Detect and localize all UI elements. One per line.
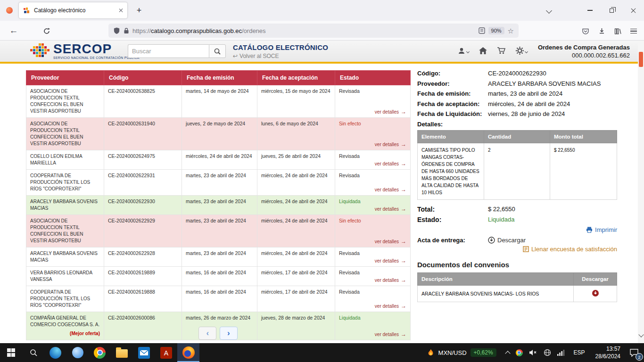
status-cell: Revisadaver detalles→: [335, 286, 411, 312]
doc-download-cell: [574, 286, 617, 302]
arrow-right-icon: →: [401, 257, 406, 264]
table-row[interactable]: ASOCIACION DE PRODUCCION TEXTIL CONFECCI…: [26, 85, 411, 118]
download-circle-icon: [488, 237, 495, 244]
zoom-level[interactable]: 90%: [488, 27, 504, 34]
svg-text:A: A: [164, 349, 169, 357]
user-menu-button[interactable]: [457, 47, 469, 55]
browser-tab[interactable]: Catálogo electrónico: [19, 2, 127, 18]
taskbar-clock[interactable]: 13:57 28/6/2024: [592, 345, 624, 360]
acta-row: Acta de entrega: Descargar: [417, 237, 617, 244]
signal-bars-icon[interactable]: [557, 349, 565, 356]
minimize-button[interactable]: [579, 0, 601, 21]
pocket-button[interactable]: [579, 25, 592, 38]
back-button[interactable]: ←: [7, 24, 21, 37]
status-badge: Revisada: [339, 173, 360, 178]
keyboard-language[interactable]: ESP: [571, 349, 588, 356]
total-label: Total:: [417, 206, 488, 213]
volver-soce-link[interactable]: ↩Volver al SOCE: [233, 53, 328, 59]
ver-detalles-link[interactable]: ver detalles→: [375, 277, 406, 283]
reader-mode-icon[interactable]: [479, 27, 485, 34]
firefox-icon: [182, 346, 195, 359]
ver-detalles-link[interactable]: ver detalles→: [375, 303, 406, 309]
vertical-scrollbar[interactable]: [638, 41, 644, 343]
ver-detalles-link[interactable]: ver detalles→: [375, 160, 406, 167]
new-tab-button[interactable]: +: [132, 4, 146, 17]
settings-button[interactable]: [515, 46, 528, 55]
taskbar-chrome-button[interactable]: [89, 343, 111, 362]
emission-cell: martes, 23 de abril de 2024: [182, 215, 257, 247]
list-tabs-chevron-icon[interactable]: [546, 8, 552, 14]
pagination-prev-button[interactable]: ‹: [198, 327, 216, 340]
status-badge: Revisada: [339, 250, 360, 256]
home-button[interactable]: [479, 47, 487, 55]
ver-detalles-link[interactable]: ver detalles→: [375, 186, 406, 193]
encuesta-link[interactable]: Llenar encuesta de satisfacción: [523, 246, 617, 253]
volume-muted-icon[interactable]: [529, 349, 537, 356]
table-row[interactable]: ARACELY BARBARA SOVENIS MACIAS CE-202400…: [26, 196, 411, 215]
menu-button[interactable]: [627, 25, 640, 38]
table-row[interactable]: COOPERATIVA DE PRODUCCIÓN TEXTIL LOS RÍO…: [26, 286, 411, 312]
orders-generated-label: Ordenes de Compra Generadas: [538, 44, 630, 51]
library-button[interactable]: [611, 25, 624, 38]
table-row[interactable]: ASOCIACION DE PRODUCCION TEXTIL CONFECCI…: [26, 118, 411, 150]
ver-detalles-link[interactable]: ver detalles→: [375, 141, 406, 148]
sercop-logo[interactable]: SERCOP SERVICIO NACIONAL DE CONTRATACIÓN…: [29, 42, 140, 59]
detail-items-table: Elemento Cantidad Monto total CAMISETAS …: [417, 130, 617, 200]
start-button[interactable]: [0, 343, 22, 362]
provider-cell: ASOCIACION DE PRODUCCION TEXTIL CONFECCI…: [26, 85, 104, 118]
code-cell: CE-20240002622931: [104, 170, 182, 196]
table-row[interactable]: ASOCIACION DE PRODUCCION TEXTIL CONFECCI…: [26, 215, 411, 247]
search-input[interactable]: [128, 44, 209, 58]
tray-chrome-icon[interactable]: [516, 349, 523, 356]
chrome-icon: [94, 347, 106, 359]
taskbar-firefox-button[interactable]: [177, 343, 199, 362]
action-center-button[interactable]: 2: [624, 343, 644, 362]
provider-cell: COOPERATIVA DE PRODUCCIÓN TEXTIL LOS RÍO…: [26, 170, 104, 196]
imprimir-link[interactable]: Imprimir: [586, 226, 617, 233]
taskbar-explorer-button[interactable]: [111, 343, 133, 362]
network-globe-icon[interactable]: [544, 349, 551, 356]
taskbar-search-button[interactable]: [22, 343, 44, 362]
tab-close-icon[interactable]: [118, 8, 123, 13]
search-button[interactable]: [209, 44, 226, 58]
acceptance-cell: miércoles, 17 de abril de 2024: [257, 267, 335, 286]
refresh-button[interactable]: [41, 25, 53, 37]
pagination-next-button[interactable]: ›: [220, 327, 238, 340]
close-button[interactable]: [622, 0, 644, 21]
url-path: /ordenes: [242, 27, 266, 34]
scrollbar-thumb[interactable]: [639, 52, 643, 67]
cart-button[interactable]: [497, 47, 506, 55]
profile-icon[interactable]: [6, 7, 13, 14]
taskbar-app-blue-button[interactable]: [66, 343, 89, 362]
restore-button[interactable]: [601, 0, 622, 21]
tray-expand-chevron-icon[interactable]: [505, 351, 510, 356]
taskbar-mail-button[interactable]: [133, 343, 155, 362]
provider-cell: COOPERATIVA DE PRODUCCIÓN TEXTIL LOS RÍO…: [26, 286, 104, 312]
downloads-button[interactable]: [595, 25, 608, 38]
table-row[interactable]: COELLO LEON EDILMA MARIELLLA CE-20240002…: [26, 150, 411, 170]
taskbar-acrobat-button[interactable]: A: [155, 343, 177, 362]
code-cell: CE-20240002624975: [104, 150, 182, 170]
item-amount-cell: $ 22,6550: [550, 143, 617, 200]
descargar-acta-link[interactable]: Descargar: [488, 237, 526, 244]
emission-cell: martes, 23 de abril de 2024: [182, 247, 257, 267]
table-row[interactable]: VERA BARRIOS LEONARDA VANESSA CE-2024000…: [26, 267, 411, 286]
scrollbar-down-arrow-icon[interactable]: [638, 332, 644, 337]
detail-field-liquidacion: Fecha de Liquidación: viernes, 28 de jun…: [417, 110, 617, 118]
taskbar-edge-button[interactable]: [44, 343, 66, 362]
orders-generated-block: Ordenes de Compra Generadas 000.000.002.…: [538, 44, 630, 59]
ver-detalles-link[interactable]: ver detalles→: [375, 238, 406, 245]
ver-detalles-link[interactable]: ver detalles→: [375, 206, 406, 212]
table-row[interactable]: ARACELY BARBARA SOVENIS MACIAS CE-202400…: [26, 247, 411, 267]
provider-cell: ASOCIACION DE PRODUCCION TEXTIL CONFECCI…: [26, 215, 104, 247]
table-row[interactable]: COOPERATIVA DE PRODUCCIÓN TEXTIL LOS RÍO…: [26, 170, 411, 196]
url-bar[interactable]: https://catalogo.compraspublicas.gob.ec/…: [108, 24, 519, 38]
ver-detalles-link[interactable]: ver detalles→: [375, 108, 406, 115]
news-ticker-widget[interactable]: MXN/USD +0,62%: [421, 343, 502, 362]
clock-time: 13:57: [595, 345, 620, 353]
lock-icon: [124, 27, 129, 34]
ver-detalles-link[interactable]: ver detalles→: [375, 257, 406, 264]
bookmark-star-icon[interactable]: ☆: [508, 27, 514, 34]
download-doc-icon[interactable]: [592, 289, 599, 297]
acceptance-cell: jueves, 25 de abril de 2024: [257, 150, 335, 170]
